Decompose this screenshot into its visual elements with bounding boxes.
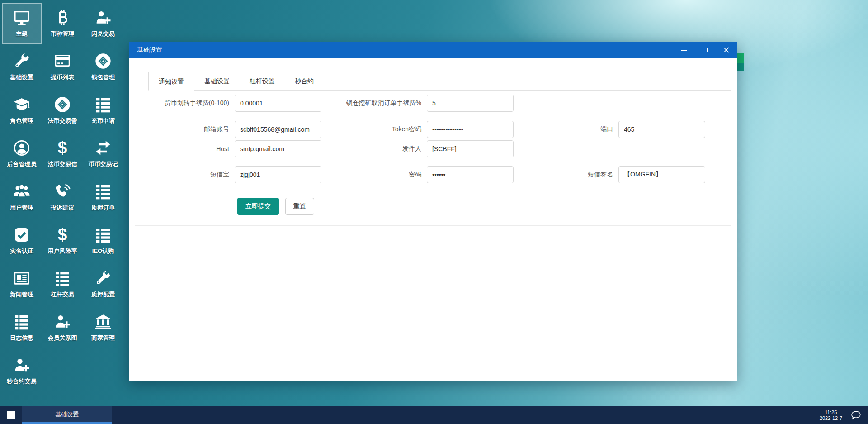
desktop-shortcut[interactable]: 用户管理 [2, 176, 42, 218]
desktop-shortcut[interactable]: 日志信息 [2, 307, 42, 348]
windows-logo-icon [7, 411, 15, 419]
form-field: Host [129, 140, 321, 157]
minimize-button[interactable] [673, 42, 694, 58]
taskbar: 基础设置 11:25 2022-12-7 [0, 406, 868, 424]
taskbar-app-button[interactable]: 基础设置 [22, 406, 112, 424]
action-center-button[interactable] [847, 406, 865, 424]
field-label: 密码 [321, 171, 427, 179]
desktop-shortcut[interactable]: 实名认证 [2, 220, 42, 262]
desktop-shortcut[interactable]: 主题 [2, 3, 42, 44]
desktop-shortcut[interactable]: 杠杆交易 [42, 263, 82, 305]
form-row: 货币划转手续费(0-100)锁仓挖矿取消订单手续费% [129, 95, 737, 112]
form-field: Token密码 [321, 121, 514, 138]
desktop-shortcut[interactable]: 充币申请 [83, 90, 123, 131]
maximize-icon [703, 48, 708, 52]
field-input[interactable] [618, 166, 705, 183]
settings-tab[interactable]: 秒合约 [285, 72, 324, 90]
field-input[interactable] [618, 121, 705, 138]
field-input[interactable] [427, 95, 514, 112]
background-window-edge [736, 53, 744, 71]
desktop-shortcut[interactable]: 闪兑交易 [83, 3, 123, 44]
field-label: 短信宝 [129, 171, 235, 179]
desktop-shortcut[interactable]: 秒合约交易 [2, 350, 42, 392]
coin-link-icon [94, 51, 112, 71]
field-label: 端口 [513, 125, 618, 133]
graduation-cap-icon [13, 95, 31, 114]
settings-tab[interactable]: 通知设置 [148, 72, 194, 91]
window-titlebar: 基础设置 [129, 42, 737, 58]
user-plus-icon [53, 312, 71, 332]
shortcut-label: 提币列表 [51, 73, 74, 81]
user-plus-icon [13, 355, 31, 375]
shortcut-label: 闪兑交易 [91, 30, 115, 38]
window-controls [673, 42, 737, 58]
desktop-shortcut[interactable]: 质押配置 [83, 263, 123, 305]
desktop-shortcut[interactable]: 会员关系图 [42, 307, 82, 348]
shortcut-label: 日志信息 [10, 334, 33, 342]
list-icon [94, 225, 112, 245]
start-button[interactable] [0, 406, 22, 424]
shortcut-label: 新闻管理 [10, 291, 33, 299]
settings-tab[interactable]: 杠杆设置 [240, 72, 285, 90]
wrench-icon [94, 268, 112, 288]
phone-sound-icon [53, 181, 71, 201]
desktop-shortcut[interactable]: 后台管理员 [2, 133, 42, 175]
maximize-button[interactable] [694, 42, 716, 58]
clock-date: 2022-12-7 [820, 415, 842, 421]
desktop-shortcut[interactable]: 钱包管理 [83, 46, 123, 88]
shortcut-label: 充币申请 [91, 117, 115, 125]
desktop-shortcut[interactable]: 投诉建议 [42, 176, 82, 218]
form-row: 短信宝密码短信签名 [129, 166, 737, 183]
settings-window: 基础设置 通知设置基础设置杠杆设置秒合约 货币划转手续费(0-100)锁仓挖矿取… [129, 42, 737, 381]
desktop-shortcut[interactable]: 提币列表 [42, 46, 82, 88]
field-input[interactable] [235, 166, 321, 183]
desktop-shortcut[interactable]: 角色管理 [2, 90, 42, 131]
field-input[interactable] [427, 121, 514, 138]
users-icon [13, 181, 31, 201]
desktop-shortcut[interactable]: 币币交易记 [83, 133, 123, 175]
window-body: 通知设置基础设置杠杆设置秒合约 货币划转手续费(0-100)锁仓挖矿取消订单手续… [129, 58, 737, 381]
field-input[interactable] [235, 121, 321, 138]
shortcut-label: 质押配置 [91, 291, 115, 299]
shortcut-label: 杠杆交易 [51, 291, 74, 299]
shortcut-label: 后台管理员 [7, 160, 37, 168]
shortcut-label: 秒合约交易 [7, 377, 37, 386]
form-field: 发件人 [321, 140, 514, 157]
show-desktop-button[interactable] [865, 406, 868, 424]
field-input[interactable] [235, 140, 321, 157]
settings-tab[interactable]: 基础设置 [194, 72, 240, 90]
field-input[interactable] [427, 140, 514, 157]
shortcut-label: 用户管理 [10, 204, 33, 212]
form-field: 货币划转手续费(0-100) [129, 95, 321, 112]
desktop-shortcut[interactable]: $法币交易信 [42, 133, 82, 175]
shortcut-label: 会员关系图 [48, 334, 77, 342]
reset-button[interactable]: 重置 [285, 198, 314, 215]
user-circle-icon [13, 138, 31, 158]
coin-link-icon [53, 95, 71, 114]
form-field: 密码 [321, 166, 514, 183]
desktop-shortcut[interactable]: $用户风险率 [42, 220, 82, 262]
user-plus-icon [94, 8, 112, 28]
desktop-shortcut[interactable]: 质押订单 [83, 176, 123, 218]
desktop-shortcuts: 主题币种管理闪兑交易基础设置提币列表钱包管理角色管理法币交易需充币申请后台管理员… [2, 3, 124, 394]
desktop-shortcut[interactable]: IEO认购 [83, 220, 123, 262]
monitor-icon [13, 8, 31, 28]
shortcut-label: 法币交易信 [48, 160, 77, 168]
field-input[interactable] [427, 166, 514, 183]
desktop-shortcut[interactable]: 币种管理 [42, 3, 82, 44]
shortcut-label: 用户风险率 [48, 247, 77, 255]
field-label: Host [129, 145, 235, 152]
shortcut-label: IEO认购 [92, 247, 114, 255]
desktop-shortcut[interactable]: 法币交易需 [42, 90, 82, 131]
shortcut-label: 实名认证 [10, 247, 33, 255]
field-input[interactable] [235, 95, 321, 112]
close-icon [723, 47, 729, 53]
desktop-shortcut[interactable]: 商家管理 [83, 307, 123, 348]
desktop-shortcut[interactable]: 基础设置 [2, 46, 42, 88]
close-button[interactable] [716, 42, 737, 58]
desktop-shortcut[interactable]: 新闻管理 [2, 263, 42, 305]
window-title: 基础设置 [129, 46, 673, 54]
submit-button[interactable]: 立即提交 [237, 198, 279, 215]
taskbar-clock[interactable]: 11:25 2022-12-7 [815, 410, 847, 421]
shortcut-label: 商家管理 [91, 334, 115, 342]
